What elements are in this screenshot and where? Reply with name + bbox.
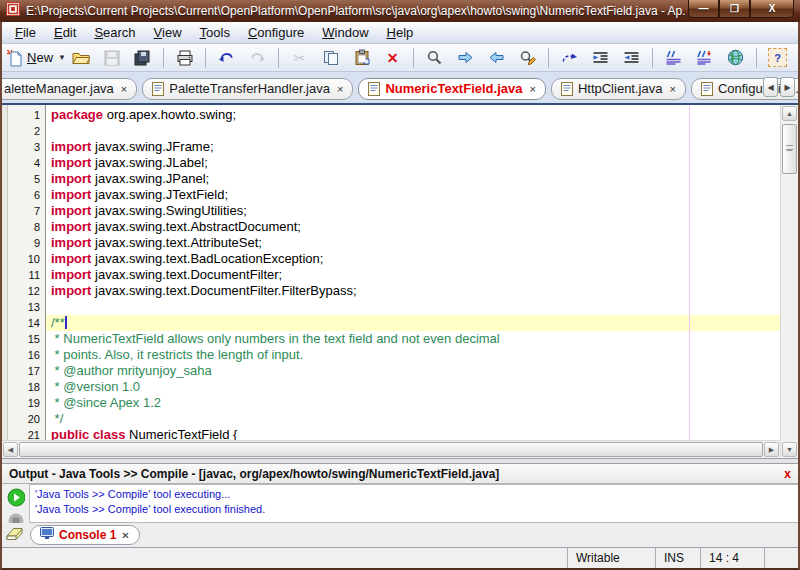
goto-line-button[interactable]	[554, 46, 585, 69]
horizontal-scrollbar-thumb[interactable]	[19, 442, 763, 457]
toolbar-separator	[413, 48, 414, 68]
toolbar-separator	[548, 48, 549, 68]
writable-status: Writable	[567, 548, 655, 568]
tab-close-icon[interactable]: ×	[121, 83, 127, 95]
tab-numerictextfield-java[interactable]: NumericTextField.java×	[358, 78, 545, 100]
tab-alettemanager-java[interactable]: aletteManager.java×	[2, 78, 137, 100]
cut-button: ✂	[284, 46, 315, 69]
uncomment-button[interactable]	[689, 46, 720, 69]
restore-button[interactable]: ❐	[719, 0, 750, 18]
paste-button[interactable]	[346, 46, 377, 69]
undo-icon	[218, 50, 235, 65]
tab-scroll-left-icon[interactable]: ◀	[763, 77, 778, 97]
line-number: 13	[8, 299, 45, 315]
menu-view[interactable]: View	[145, 23, 191, 42]
minimize-button[interactable]: —	[688, 0, 719, 18]
save-icon	[104, 50, 120, 66]
toolbar: New▼✂✕?	[2, 44, 798, 72]
help-button[interactable]: ?	[762, 46, 793, 69]
scroll-up-icon[interactable]: ▲	[782, 106, 797, 121]
print-button[interactable]	[169, 46, 200, 69]
copy-button[interactable]	[315, 46, 346, 69]
tab-close-icon[interactable]: ×	[529, 83, 535, 95]
tab-close-icon[interactable]: ×	[669, 83, 675, 95]
find-next-button[interactable]	[450, 46, 481, 69]
indent-less-button[interactable]	[616, 46, 647, 69]
code-line-10: import javax.swing.text.BadLocationExcep…	[46, 251, 780, 267]
scroll-left-icon[interactable]: ◀	[3, 442, 18, 457]
console-tab-close-icon[interactable]: ✕	[121, 530, 129, 541]
code-line-19: * @since Apex 1.2	[46, 395, 780, 411]
toolbar-separator	[163, 48, 164, 68]
tab-label: HttpClient.java	[578, 81, 663, 96]
line-number: 6	[8, 187, 45, 203]
file-icon	[368, 82, 380, 96]
console-output[interactable]: 'Java Tools >> Compile' tool executing..…	[29, 484, 798, 523]
insert-mode-status: INS	[655, 548, 700, 568]
vertical-scrollbar[interactable]: ▲ ▼	[780, 105, 798, 458]
line-number: 15	[8, 331, 45, 347]
line-number: 20	[8, 411, 45, 427]
delete-icon: ✕	[387, 51, 399, 65]
line-number: 9	[8, 235, 45, 251]
new-document-button[interactable]: New▼	[7, 46, 65, 69]
menu-file[interactable]: File	[6, 23, 45, 42]
open-folder-button[interactable]	[65, 46, 96, 69]
globe-button[interactable]	[720, 46, 751, 69]
close-button[interactable]: X	[750, 0, 794, 18]
line-number: 3	[8, 139, 45, 155]
find-replace-button[interactable]	[512, 46, 543, 69]
status-bar: Writable INS 14 : 4	[2, 547, 798, 568]
toolbar-separator	[756, 48, 757, 68]
line-number: 18	[8, 379, 45, 395]
clear-console-icon[interactable]	[6, 526, 23, 544]
line-number: 19	[8, 395, 45, 411]
uncomment-icon	[696, 50, 714, 65]
tab-close-icon[interactable]: ×	[337, 83, 343, 95]
tab-palettetransferhandler-java[interactable]: PaletteTransferHandler.java×	[142, 78, 353, 100]
menu-edit[interactable]: Edit	[45, 23, 85, 42]
menu-window[interactable]: Window	[313, 23, 377, 42]
find-previous-button[interactable]	[481, 46, 512, 69]
console-tab-row: Console 1 ✕	[2, 523, 798, 547]
buffer-tab-bar: aletteManager.java×PaletteTransferHandle…	[2, 72, 798, 105]
horizontal-scrollbar[interactable]: ◀ ▶	[2, 440, 780, 458]
toolbar-separator	[205, 48, 206, 68]
console-tab[interactable]: Console 1 ✕	[30, 525, 140, 545]
toolbar-separator	[278, 48, 279, 68]
tab-scroll-right-icon[interactable]: ▶	[780, 77, 795, 97]
undo-button[interactable]	[211, 46, 242, 69]
vertical-scrollbar-thumb[interactable]	[782, 124, 797, 174]
indent-more-button[interactable]	[585, 46, 616, 69]
comment-button[interactable]	[658, 46, 689, 69]
menu-search[interactable]: Search	[85, 23, 144, 42]
code-line-7: import javax.swing.SwingUtilities;	[46, 203, 780, 219]
line-number: 4	[8, 155, 45, 171]
line-number: 12	[8, 283, 45, 299]
open-folder-icon	[72, 50, 90, 65]
scroll-right-icon[interactable]: ▶	[764, 442, 779, 457]
scroll-down-icon[interactable]: ▼	[782, 442, 797, 457]
code-line-4: import javax.swing.JLabel;	[46, 155, 780, 171]
console-line: 'Java Tools >> Compile' tool executing..…	[35, 487, 793, 502]
menu-tools[interactable]: Tools	[191, 23, 239, 42]
output-close-icon[interactable]: x	[784, 467, 791, 481]
code-line-13	[46, 299, 780, 315]
tab-httpclient-java[interactable]: HttpClient.java×	[551, 78, 686, 100]
text-cursor	[65, 316, 67, 329]
toolbar-separator	[652, 48, 653, 68]
menu-configure[interactable]: Configure	[239, 23, 313, 42]
menu-help[interactable]: Help	[378, 23, 423, 42]
code-view[interactable]: package org.apex.howto.swing;import java…	[46, 105, 780, 440]
delete-button[interactable]: ✕	[377, 46, 408, 69]
find-button[interactable]	[419, 46, 450, 69]
paste-icon	[354, 49, 370, 66]
file-icon	[561, 82, 573, 96]
code-line-21: public class NumericTextField {	[46, 427, 780, 440]
save-all-button[interactable]	[127, 46, 158, 69]
copy-icon	[323, 50, 339, 66]
line-number-gutter: 123456789101112131415161718192021	[8, 105, 46, 440]
redo-icon	[249, 50, 266, 65]
code-line-3: import javax.swing.JFrame;	[46, 139, 780, 155]
run-button[interactable]	[7, 488, 25, 506]
